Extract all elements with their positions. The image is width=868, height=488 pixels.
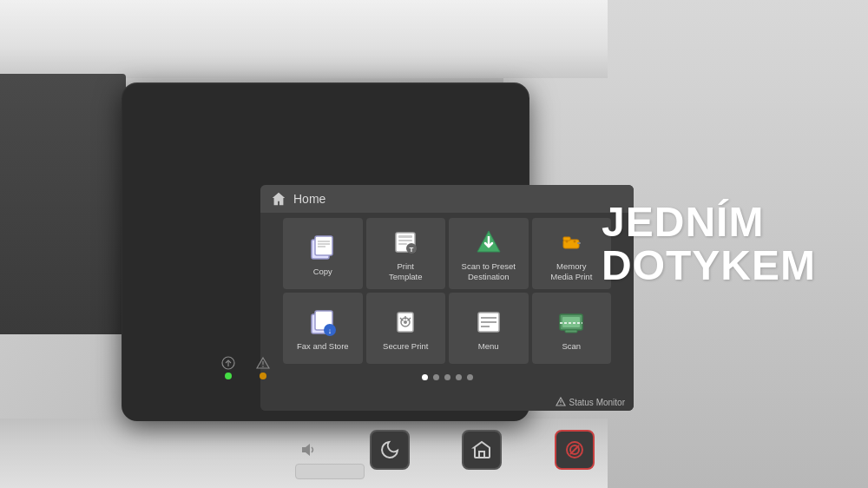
warning-indicator [256,356,270,379]
secure-print-icon [390,307,421,338]
warning-light [260,373,266,379]
svg-rect-7 [398,240,412,241]
home-icon [271,191,286,207]
tagline: JEDNÍM DOTYKEM [602,201,816,288]
grid-item-memory-media[interactable]: Memory Media Print [532,218,612,289]
scan-preset-label: Scan to Preset Destination [462,261,516,283]
svg-rect-34 [565,330,577,333]
warning-icon [256,356,270,370]
fax-store-label: Fax and Store [297,341,349,352]
sleep-button[interactable] [370,430,410,470]
scanner-area [0,74,126,334]
status-monitor-icon [556,397,566,407]
screen-title: Home [293,192,326,206]
svg-rect-19 [577,242,581,244]
copy-label: Copy [313,267,332,277]
svg-point-26 [404,320,407,324]
grid-item-copy[interactable]: Copy [283,218,363,289]
dot-4[interactable] [456,374,462,380]
svg-point-46 [262,366,264,367]
forward-light [225,373,232,379]
indicator-area [221,356,270,379]
dot-3[interactable] [444,374,450,380]
stop-button[interactable] [555,430,595,470]
touchscreen: Home Copy [260,185,634,411]
grid-item-scan[interactable]: Scan [532,293,612,364]
screen-header: Home [260,185,634,213]
status-bar: Status Monitor [260,393,634,411]
svg-point-37 [560,404,561,405]
scan-label: Scan [562,341,581,352]
svg-text:T: T [410,246,414,254]
svg-text:↓: ↓ [328,326,332,335]
dot-5[interactable] [467,374,473,380]
grid-item-menu[interactable]: Menu [449,293,529,364]
fax-store-icon: ↓ [307,307,339,338]
print-template-icon: T [390,227,421,258]
menu-icon [473,307,504,338]
menu-label: Menu [478,341,499,352]
svg-rect-16 [563,237,570,241]
grid-item-print-template[interactable]: T Print Template [366,218,446,289]
dot-2[interactable] [433,374,439,380]
status-monitor-label[interactable]: Status Monitor [569,398,625,407]
grid-item-scan-preset[interactable]: Scan to Preset Destination [449,218,529,289]
svg-rect-1 [315,236,332,255]
memory-media-label: Memory Media Print [550,261,592,283]
home-button[interactable] [462,430,502,470]
secure-print-label: Secure Print [383,341,428,352]
grid-item-fax-store[interactable]: ↓ Fax and Store [283,293,363,364]
svg-marker-38 [302,444,310,456]
copy-icon [307,232,339,263]
top-edge [0,0,608,78]
print-template-label: Print Template [389,261,423,283]
svg-point-17 [566,240,569,242]
memory-media-icon [556,227,587,258]
app-grid: Copy T Print Template [276,213,618,369]
control-buttons [256,430,638,470]
forward-indicator [221,356,235,379]
svg-point-18 [574,240,576,242]
grid-item-secure-print[interactable]: Secure Print [366,293,446,364]
forward-icon [221,356,235,370]
speaker-icon [299,441,317,458]
svg-rect-32 [562,317,580,327]
scan-preset-icon [473,227,504,258]
dot-1[interactable] [422,374,428,380]
scan-icon [556,307,587,338]
pagination [260,369,634,384]
device-panel: Home Copy [122,82,529,421]
svg-rect-8 [398,243,407,245]
svg-rect-6 [398,235,412,238]
